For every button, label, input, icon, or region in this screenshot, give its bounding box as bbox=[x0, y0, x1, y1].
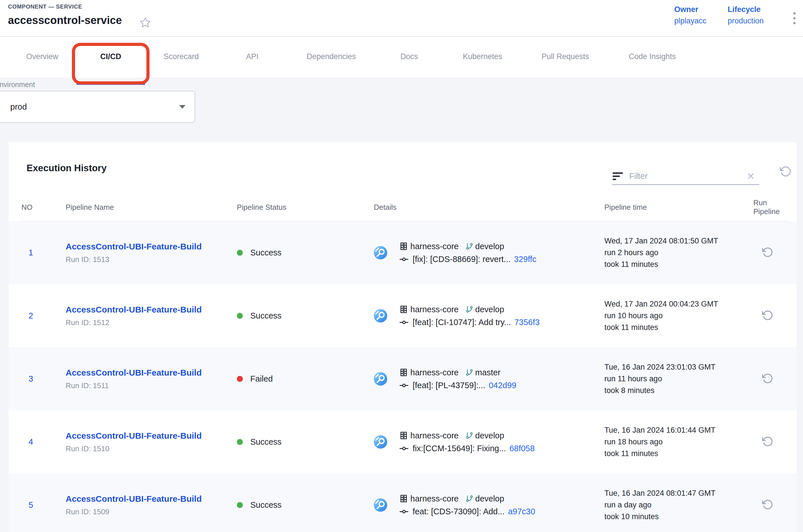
pipeline-status-cell: Failed bbox=[237, 374, 374, 384]
entity-kind-label: COMPONENT — SERVICE bbox=[8, 3, 82, 10]
table-row: 3 AccessControl-UBI-Feature-Build Run ID… bbox=[8, 347, 797, 411]
run-id: Run ID: 1513 bbox=[65, 255, 237, 264]
pipeline-name-link[interactable]: AccessControl-UBI-Feature-Build bbox=[65, 494, 237, 504]
status-text: Failed bbox=[250, 374, 273, 384]
pipeline-name-link[interactable]: AccessControl-UBI-Feature-Build bbox=[65, 305, 237, 315]
table-body: 1 AccessControl-UBI-Feature-Build Run ID… bbox=[8, 221, 797, 532]
app-header: COMPONENT — SERVICE accesscontrol-servic… bbox=[0, 0, 803, 37]
branch-name[interactable]: develop bbox=[475, 494, 504, 504]
git-branch-icon bbox=[465, 305, 473, 314]
pipeline-name-link[interactable]: AccessControl-UBI-Feature-Build bbox=[65, 368, 237, 378]
commit-hash-link[interactable]: 042d99 bbox=[489, 381, 516, 390]
commit-hash-link[interactable]: 68f058 bbox=[509, 444, 535, 453]
environment-select[interactable]: prod bbox=[0, 91, 195, 123]
details-cell: harness-core develop fix:[CCM-15649]: Fi… bbox=[374, 431, 605, 453]
tab-dependencies[interactable]: Dependencies bbox=[307, 52, 356, 62]
status-dot bbox=[237, 313, 243, 319]
execution-history-card: Execution History NO Pipeline Name Pipel… bbox=[8, 142, 797, 532]
owner-meta: Owner plplayacc bbox=[674, 5, 707, 25]
tab-kubernetes[interactable]: Kubernetes bbox=[463, 52, 502, 62]
table-row: 4 AccessControl-UBI-Feature-Build Run ID… bbox=[8, 411, 797, 474]
time-date: Wed, 17 Jan 2024 08:01:50 GMT bbox=[605, 235, 753, 247]
branch-name[interactable]: develop bbox=[475, 305, 504, 314]
time-run: run 11 hours ago bbox=[605, 373, 753, 385]
tab-docs[interactable]: Docs bbox=[400, 52, 418, 62]
run-id: Run ID: 1509 bbox=[65, 508, 237, 516]
col-pipeline-status: Pipeline Status bbox=[237, 203, 374, 212]
run-id: Run ID: 1510 bbox=[65, 444, 237, 453]
tab-scorecard[interactable]: Scorecard bbox=[164, 52, 198, 62]
favorite-star-icon[interactable] bbox=[139, 17, 151, 28]
status-text: Success bbox=[250, 311, 282, 321]
details-cell: harness-core develop [fix]: [CDS-88669]:… bbox=[374, 242, 605, 264]
tab-api[interactable]: API bbox=[246, 52, 259, 62]
pipeline-name-cell: AccessControl-UBI-Feature-Build Run ID: … bbox=[65, 494, 237, 516]
pipeline-status-cell: Success bbox=[237, 248, 374, 258]
pipeline-name-cell: AccessControl-UBI-Feature-Build Run ID: … bbox=[65, 242, 237, 264]
pipeline-status-cell: Success bbox=[237, 311, 374, 321]
tab-overview[interactable]: Overview bbox=[26, 52, 58, 62]
repo-branch-line: harness-core develop bbox=[399, 431, 535, 440]
commit-hash-link[interactable]: 329ffc bbox=[514, 254, 536, 264]
lifecycle-label: Lifecycle bbox=[728, 5, 764, 14]
run-id: Run ID: 1512 bbox=[65, 318, 237, 327]
table-header: NO Pipeline Name Pipeline Status Details… bbox=[21, 193, 788, 221]
table-row: 5 AccessControl-UBI-Feature-Build Run ID… bbox=[8, 474, 797, 532]
git-commit-icon bbox=[399, 318, 409, 327]
details-text: harness-core develop fix:[CCM-15649]: Fi… bbox=[399, 431, 535, 453]
branch-name[interactable]: master bbox=[475, 368, 500, 377]
run-pipeline-icon[interactable] bbox=[762, 373, 773, 384]
tab-cicd[interactable]: CI/CD bbox=[100, 52, 121, 62]
tab-pull-requests[interactable]: Pull Requests bbox=[542, 52, 589, 62]
status-dot bbox=[237, 376, 243, 382]
time-run: run 10 hours ago bbox=[605, 310, 753, 322]
commit-hash-link[interactable]: 7356f3 bbox=[514, 318, 540, 327]
branch-name[interactable]: develop bbox=[475, 431, 504, 440]
more-vertical-icon[interactable] bbox=[789, 10, 800, 27]
close-icon[interactable] bbox=[746, 172, 756, 180]
details-text: harness-core develop feat: [CDS-73090]: … bbox=[399, 494, 535, 516]
time-run: run a day ago bbox=[605, 499, 753, 511]
status-dot bbox=[237, 502, 243, 508]
run-pipeline-cell bbox=[753, 373, 788, 385]
pipeline-name-link[interactable]: AccessControl-UBI-Feature-Build bbox=[65, 242, 237, 251]
details-text: harness-core develop [feat]: [CI-10747]:… bbox=[399, 305, 540, 327]
repository-icon bbox=[399, 431, 408, 440]
row-number: 3 bbox=[21, 374, 65, 384]
commit-message: [feat]: [CI-10747]: Add try... bbox=[413, 318, 511, 327]
row-number: 1 bbox=[21, 248, 65, 258]
repo-name[interactable]: harness-core bbox=[410, 431, 459, 440]
run-pipeline-cell bbox=[753, 247, 788, 259]
owner-value[interactable]: plplayacc bbox=[674, 17, 707, 25]
repository-icon bbox=[399, 368, 408, 377]
repo-name[interactable]: harness-core bbox=[410, 368, 459, 377]
branch-name[interactable]: develop bbox=[475, 242, 504, 251]
pipeline-name-cell: AccessControl-UBI-Feature-Build Run ID: … bbox=[65, 305, 237, 327]
tab-code-insights[interactable]: Code Insights bbox=[629, 52, 676, 62]
repo-name[interactable]: harness-core bbox=[410, 494, 459, 504]
run-pipeline-icon[interactable] bbox=[762, 310, 773, 321]
repo-name[interactable]: harness-core bbox=[410, 242, 459, 251]
filter-box bbox=[612, 168, 759, 185]
commit-hash-link[interactable]: a97c30 bbox=[508, 507, 535, 516]
environment-selected-value: prod bbox=[10, 102, 27, 112]
harness-ci-icon bbox=[374, 498, 387, 512]
git-commit-icon bbox=[399, 254, 409, 264]
run-pipeline-icon[interactable] bbox=[762, 436, 773, 447]
time-date: Tue, 16 Jan 2024 08:01:47 GMT bbox=[605, 488, 753, 499]
pipeline-name-link[interactable]: AccessControl-UBI-Feature-Build bbox=[65, 431, 237, 441]
repo-name[interactable]: harness-core bbox=[410, 305, 459, 314]
refresh-icon[interactable] bbox=[780, 166, 791, 177]
git-branch-icon bbox=[465, 242, 473, 250]
commit-message: [fix]: [CDS-88669]: revert... bbox=[413, 254, 511, 264]
run-pipeline-icon[interactable] bbox=[762, 499, 773, 510]
pipeline-time-cell: Tue, 16 Jan 2024 23:01:03 GMT run 11 hou… bbox=[605, 361, 753, 396]
pipeline-time-cell: Tue, 16 Jan 2024 08:01:47 GMT run a day … bbox=[605, 488, 753, 522]
run-pipeline-icon[interactable] bbox=[762, 247, 773, 258]
filter-input[interactable] bbox=[629, 172, 746, 181]
row-number: 4 bbox=[21, 437, 65, 446]
commit-message: [feat]: [PL-43759]:... bbox=[413, 381, 485, 390]
run-pipeline-cell bbox=[753, 499, 788, 511]
table-row: 2 AccessControl-UBI-Feature-Build Run ID… bbox=[8, 284, 797, 347]
commit-line: fix:[CCM-15649]: Fixing... 68f058 bbox=[399, 444, 535, 453]
